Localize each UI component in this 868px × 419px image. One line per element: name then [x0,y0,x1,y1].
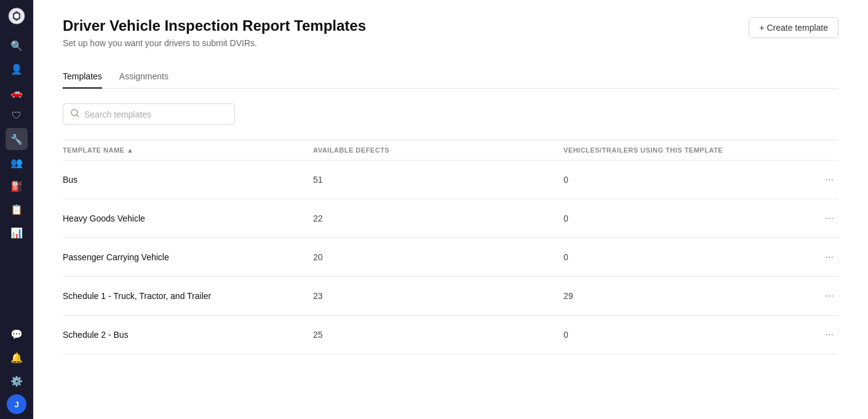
sidebar-bottom: 💬🔔⚙️ J [6,323,28,414]
table-header: TEMPLATE NAME ▲AVAILABLE DEFECTSVEHICLES… [63,140,838,161]
vehicles-count-cell: 29 [563,291,814,301]
row-actions-cell: ··· [814,210,838,226]
template-name-cell[interactable]: Passenger Carrying Vehicle [63,252,313,262]
table-row: Heavy Goods Vehicle220··· [63,199,838,238]
table-row: Bus510··· [63,161,838,199]
row-actions-cell: ··· [814,249,838,265]
svg-line-3 [77,115,79,117]
sidebar-icon-people[interactable]: 👥 [6,151,28,174]
template-name-cell[interactable]: Bus [63,175,313,185]
tabs-container: TemplatesAssignments [63,65,838,89]
sidebar-icon-person[interactable]: 👤 [6,58,28,80]
tab-templates[interactable]: Templates [63,65,102,89]
row-more-button[interactable]: ··· [821,172,838,188]
sidebar-icon-document[interactable]: 📋 [6,198,28,220]
table-row: Schedule 1 - Truck, Tractor, and Trailer… [63,277,838,316]
search-bar [63,103,235,125]
sidebar-icon-chat[interactable]: 💬 [6,323,28,345]
column-header-vehicles-trailers: VEHICLES/TRAILERS USING THIS TEMPLATE [563,146,814,154]
column-header-template-name[interactable]: TEMPLATE NAME ▲ [63,146,313,154]
vehicles-count-cell: 0 [563,330,814,340]
template-name-cell[interactable]: Heavy Goods Vehicle [63,213,313,223]
table-row: Passenger Carrying Vehicle200··· [63,238,838,277]
create-template-button[interactable]: + Create template [749,17,838,38]
row-more-button[interactable]: ··· [821,288,838,304]
defects-count-cell: 51 [313,175,563,185]
svg-point-1 [14,14,19,18]
row-actions-cell: ··· [814,327,838,343]
search-input[interactable] [84,110,227,119]
row-actions-cell: ··· [814,288,838,304]
row-actions-cell: ··· [814,172,838,188]
vehicles-count-cell: 0 [563,252,814,262]
table-row: Schedule 2 - Bus250··· [63,316,838,354]
sidebar-icon-vehicle[interactable]: 🚗 [6,81,28,103]
sidebar: 🔍👤🚗🛡🔧👥⛽📋📊 💬🔔⚙️ J [0,0,33,419]
sidebar-icon-fuel[interactable]: ⛽ [6,175,28,197]
row-more-button[interactable]: ··· [821,249,838,265]
vehicles-count-cell: 0 [563,213,814,223]
template-name-cell[interactable]: Schedule 2 - Bus [63,330,313,340]
defects-count-cell: 22 [313,213,563,223]
sidebar-icon-wrench[interactable]: 🔧 [6,128,28,150]
template-name-cell[interactable]: Schedule 1 - Truck, Tractor, and Trailer [63,291,313,301]
main-content: Driver Vehicle Inspection Report Templat… [33,0,868,419]
column-header-available-defects: AVAILABLE DEFECTS [313,146,563,154]
row-more-button[interactable]: ··· [821,327,838,343]
sidebar-icon-bell[interactable]: 🔔 [6,346,28,369]
defects-count-cell: 23 [313,291,563,301]
sidebar-icon-chart[interactable]: 📊 [6,221,28,244]
defects-count-cell: 20 [313,252,563,262]
header-text: Driver Vehicle Inspection Report Templat… [63,17,366,48]
defects-count-cell: 25 [313,330,563,340]
templates-table: TEMPLATE NAME ▲AVAILABLE DEFECTSVEHICLES… [63,140,838,354]
sidebar-icon-gear[interactable]: ⚙️ [6,370,28,392]
sidebar-icon-shield[interactable]: 🛡 [6,105,28,127]
page-title: Driver Vehicle Inspection Report Templat… [63,17,366,34]
app-logo[interactable] [6,5,28,27]
tab-assignments[interactable]: Assignments [119,65,169,89]
user-avatar[interactable]: J [7,394,26,414]
page-subtitle: Set up how you want your drivers to subm… [63,38,366,48]
search-icon [71,109,79,119]
page-header: Driver Vehicle Inspection Report Templat… [63,17,838,48]
sidebar-icon-search[interactable]: 🔍 [6,34,28,57]
row-more-button[interactable]: ··· [821,210,838,226]
vehicles-count-cell: 0 [563,175,814,185]
column-header-actions [814,146,838,154]
